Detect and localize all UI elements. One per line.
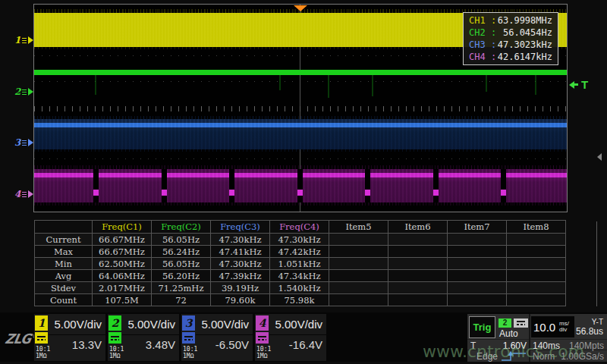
- measure-cell: 1.051kHz: [270, 258, 329, 270]
- measure-cell: [507, 294, 566, 306]
- table-row: Stdev2.017MHz71.25mHz39.19Hz1.540kHz: [35, 282, 566, 294]
- timebase-scale: 10.0: [533, 321, 555, 334]
- center-axis-ticks: [34, 106, 567, 111]
- marker-arrow-icon: [28, 36, 33, 44]
- measure-cell: 47.34kHz: [270, 270, 329, 282]
- measure-cell: 64.06MHz: [93, 270, 152, 282]
- ch4-burst-dot: [229, 190, 234, 196]
- channel-scale: 5.00V/div: [201, 318, 249, 331]
- table-column-header[interactable]: Freq(C4): [270, 221, 329, 234]
- measure-cell: 39.19Hz: [211, 282, 270, 294]
- table-column-header[interactable]: Item8: [507, 221, 566, 234]
- channel-3-settings[interactable]: 310:11MΩ5.00V/div-6.50V: [181, 314, 253, 361]
- table-column-header[interactable]: Item6: [388, 221, 448, 234]
- overlay-measurement-row: CH1 :63.9998MHz: [469, 15, 552, 26]
- channel-offset: 3.48V: [146, 338, 175, 351]
- trigger-arrow-icon: [574, 83, 578, 86]
- measurement-table: Freq(C1)Freq(C2)Freq(C3)Freq(C4)Item5Ite…: [34, 220, 566, 306]
- measure-cell: [329, 258, 388, 270]
- channel-coupling-icon[interactable]: [109, 332, 121, 344]
- divider: [49, 334, 105, 335]
- measure-cell: [448, 282, 507, 294]
- trigger-level-marker[interactable]: T: [569, 78, 588, 91]
- trigger-source-badge[interactable]: 2: [498, 318, 511, 328]
- divider: [196, 334, 253, 335]
- channel-marker-number: 1: [14, 35, 20, 46]
- table-column-header[interactable]: Freq(C1): [93, 221, 152, 234]
- measure-cell: [507, 258, 566, 270]
- ch4-burst-dot: [93, 190, 99, 196]
- channel-number-badge[interactable]: 4: [256, 315, 269, 331]
- table-column-header[interactable]: Freq(C2): [152, 221, 211, 234]
- ch4-waveform: [34, 169, 567, 202]
- measure-cell: [507, 234, 566, 246]
- trigger-menu-button[interactable]: Trig: [469, 316, 495, 338]
- marker-arrow-icon: [28, 190, 33, 198]
- measure-cell: 79.60k: [211, 294, 270, 306]
- channel-1-position-marker[interactable]: 1: [14, 35, 33, 46]
- channel-1-settings[interactable]: 110:11MΩ5.00V/div13.3V: [34, 314, 105, 361]
- divider: [467, 339, 607, 340]
- brand-logo: ZLG®: [4, 331, 38, 347]
- ch4-burst-gap: [501, 169, 506, 202]
- overlay-value: 56.0454Hz: [503, 27, 552, 38]
- trigger-coupling-icon[interactable]: [514, 318, 528, 328]
- overlay-value: 42.6147kHz: [498, 52, 552, 62]
- table-column-header[interactable]: Item7: [448, 221, 507, 234]
- table-scroll-indicator: [596, 221, 597, 306]
- table-column-header[interactable]: Freq(C3): [211, 221, 270, 234]
- ch4-burst-dot: [297, 190, 303, 196]
- measure-cell: [329, 234, 388, 246]
- channel-2-settings[interactable]: 210:11MΩ5.00V/div3.48V: [108, 314, 179, 361]
- channel-number-badge[interactable]: 1: [35, 315, 48, 331]
- panel-expand-arrow-icon[interactable]: [597, 153, 602, 161]
- table-corner-cell: [35, 221, 93, 234]
- overlay-measurement-row: CH3 :47.3023kHz: [469, 39, 552, 50]
- measure-cell: 47.41kHz: [211, 246, 270, 258]
- ch2-glitch: [372, 75, 373, 96]
- table-row: Max66.67MHz56.24Hz47.41kHz47.42kHz: [35, 246, 566, 258]
- window-time: 56.8us: [576, 326, 603, 337]
- probe-settings: 10:11MΩ: [183, 346, 197, 359]
- ch4-burst-dot: [433, 190, 439, 196]
- channel-4-settings[interactable]: 410:11MΩ5.00V/div-16.4V: [255, 314, 326, 361]
- measure-cell: [388, 294, 448, 306]
- table-row-label: Avg: [35, 270, 93, 282]
- marker-arrow-icon: [28, 88, 33, 96]
- channel-marker-number: 3: [14, 137, 20, 148]
- channel-scale: 5.00V/div: [275, 318, 322, 331]
- measure-cell: [388, 258, 448, 270]
- table-column-header[interactable]: Item5: [329, 221, 388, 234]
- channel-coupling-icon[interactable]: [256, 332, 269, 344]
- timebase-unit: ms/div: [559, 321, 569, 333]
- channel-coupling-icon[interactable]: [182, 332, 195, 344]
- channel-4-position-marker[interactable]: 4: [14, 189, 33, 199]
- table-header-row: Freq(C1)Freq(C2)Freq(C3)Freq(C4)Item5Ite…: [35, 221, 566, 234]
- channel-coupling-icon[interactable]: [35, 332, 48, 344]
- channel-scale: 5.00V/div: [127, 318, 175, 331]
- gridline: [34, 158, 567, 159]
- trigger-mode: Auto: [499, 328, 518, 339]
- channel-number-badge[interactable]: 3: [182, 315, 195, 331]
- table-row: Avg64.06MHz56.20Hz47.39kHz47.34kHz: [35, 270, 566, 282]
- overlay-channel-label: CH2 :: [469, 27, 496, 38]
- measure-cell: 107.5M: [93, 294, 152, 306]
- channel-offset: -16.4V: [289, 338, 322, 351]
- channel-number-badge[interactable]: 2: [109, 315, 121, 331]
- ch4-burst-dot: [501, 190, 506, 196]
- measure-cell: [448, 294, 507, 306]
- probe-settings: 10:11MΩ: [109, 346, 124, 359]
- trigger-position-marker[interactable]: [294, 5, 307, 11]
- channel-2-position-marker[interactable]: 2: [14, 86, 33, 97]
- ch4-burst-gap: [433, 169, 439, 202]
- channel-3-position-marker[interactable]: 3: [14, 137, 33, 148]
- measure-cell: [388, 234, 448, 246]
- timebase-button[interactable]: 10.0 ms/div: [531, 316, 574, 337]
- overlay-measurement-row: CH4 :42.6147kHz: [469, 52, 552, 62]
- measure-cell: 47.30kHz: [270, 234, 329, 246]
- measure-cell: [388, 270, 448, 282]
- channel-scale: 5.00V/div: [54, 318, 102, 331]
- ground-icon: [22, 140, 27, 146]
- oscilloscope-screen: 1234 T CH1 :63.9998MHzCH2 :56.0454HzCH3 …: [0, 0, 607, 364]
- measure-cell: [388, 282, 448, 294]
